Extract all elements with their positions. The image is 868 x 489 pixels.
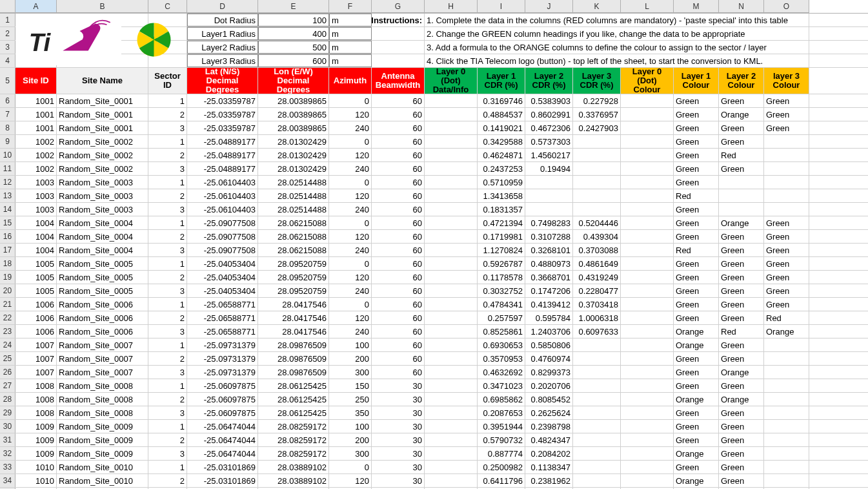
cell[interactable] (573, 189, 621, 202)
cell[interactable]: -25.04053404 (187, 257, 258, 270)
config-unit[interactable]: m (329, 41, 372, 54)
cell[interactable]: 0.2437253 (478, 162, 525, 175)
config-unit[interactable]: m (329, 54, 372, 67)
cell[interactable]: -25.09077508 (187, 230, 258, 243)
header-J[interactable]: Layer 2 CDR (%) (525, 68, 573, 94)
cell[interactable]: 0.4672306 (525, 121, 573, 134)
cell[interactable]: Orange (719, 393, 764, 406)
cell[interactable]: Green (674, 149, 719, 161)
cell[interactable]: 3 (148, 203, 187, 216)
cell[interactable]: Random_Site_0003 (57, 189, 148, 202)
cell[interactable]: Random_Site_0001 (57, 108, 148, 121)
cell[interactable]: Random_Site_0009 (57, 447, 148, 460)
cell[interactable]: 0 (329, 461, 372, 473)
cell[interactable]: 1006 (15, 311, 57, 324)
cell[interactable]: Green (719, 338, 764, 351)
cell[interactable] (621, 216, 674, 229)
cell[interactable]: Green (674, 298, 719, 311)
cell[interactable] (621, 284, 674, 297)
cell[interactable]: Green (674, 352, 719, 365)
cell[interactable]: 0.3032752 (478, 284, 525, 297)
cell[interactable]: 28.06125425 (258, 379, 329, 392)
row-header-11[interactable]: 11 (0, 162, 15, 175)
cell[interactable] (621, 230, 674, 243)
cell[interactable] (573, 162, 621, 175)
cell[interactable]: 0.6411796 (478, 474, 525, 487)
cell[interactable]: 1007 (15, 352, 57, 365)
row-header-16[interactable]: 16 (0, 230, 15, 243)
cell[interactable]: Green (764, 121, 809, 134)
cell[interactable]: 60 (372, 244, 425, 256)
cell[interactable] (425, 94, 478, 107)
cell[interactable] (425, 230, 478, 243)
row-header-14[interactable]: 14 (0, 203, 15, 216)
cell[interactable]: -25.03359787 (187, 108, 258, 121)
cell[interactable]: 0.5710959 (478, 176, 525, 189)
cell[interactable]: -25.09731379 (187, 366, 258, 379)
cell[interactable]: 1 (148, 216, 187, 229)
cell[interactable]: 0.8299373 (525, 366, 573, 379)
cell[interactable]: 0.1719981 (478, 230, 525, 243)
cell[interactable]: 30 (372, 461, 425, 473)
cell[interactable] (573, 433, 621, 446)
cell[interactable]: 3 (148, 162, 187, 175)
cell[interactable]: 3 (148, 366, 187, 379)
cell[interactable]: Green (674, 406, 719, 419)
cell-blank[interactable] (372, 41, 425, 54)
cell[interactable]: 30 (372, 433, 425, 446)
cell[interactable]: 2 (148, 271, 187, 284)
cell[interactable]: 3 (148, 284, 187, 297)
cell[interactable]: 2 (148, 230, 187, 243)
cell[interactable] (621, 461, 674, 473)
cell[interactable]: 1.4560217 (525, 149, 573, 161)
cell[interactable]: 0 (329, 135, 372, 148)
cell[interactable]: -25.09731379 (187, 352, 258, 365)
cell[interactable]: Green (674, 257, 719, 270)
cell[interactable]: 28.09876509 (258, 338, 329, 351)
cell[interactable] (621, 121, 674, 134)
cell[interactable]: 0.4624871 (478, 149, 525, 161)
config-unit[interactable]: m (329, 14, 372, 26)
cell[interactable]: Green (764, 230, 809, 243)
cell[interactable]: 60 (372, 257, 425, 270)
cell[interactable] (525, 189, 573, 202)
cell[interactable]: 0.595784 (525, 311, 573, 324)
cell[interactable]: 28.08259172 (258, 447, 329, 460)
cell[interactable]: 240 (329, 162, 372, 175)
cell[interactable]: -25.04053404 (187, 271, 258, 284)
cell[interactable] (621, 433, 674, 446)
cell[interactable]: 120 (329, 474, 372, 487)
cell[interactable]: Random_Site_0003 (57, 203, 148, 216)
col-header-E[interactable]: E (258, 0, 329, 13)
row-header-27[interactable]: 27 (0, 379, 15, 392)
cell[interactable]: 0.3951944 (478, 420, 525, 433)
col-header-F[interactable]: F (329, 0, 372, 13)
cell[interactable] (425, 176, 478, 189)
cell[interactable]: Random_Site_0001 (57, 121, 148, 134)
col-header-K[interactable]: K (573, 0, 621, 13)
cell[interactable]: 28.09876509 (258, 352, 329, 365)
cell[interactable]: 28.09876509 (258, 366, 329, 379)
cell[interactable]: -25.09077508 (187, 244, 258, 256)
cell[interactable] (425, 406, 478, 419)
cell[interactable] (573, 393, 621, 406)
cell[interactable]: 150 (329, 379, 372, 392)
cell[interactable] (764, 420, 809, 433)
col-header-D[interactable]: D (187, 0, 258, 13)
cell[interactable]: Green (764, 94, 809, 107)
cell[interactable] (621, 203, 674, 216)
cell[interactable]: Green (674, 176, 719, 189)
cell[interactable]: Green (674, 135, 719, 148)
cell[interactable] (621, 338, 674, 351)
cell[interactable] (573, 406, 621, 419)
cell[interactable]: 60 (372, 121, 425, 134)
cell[interactable]: 1002 (15, 149, 57, 161)
cell[interactable]: 1001 (15, 108, 57, 121)
cell[interactable]: 28.03889102 (258, 461, 329, 473)
cell[interactable]: 2 (148, 433, 187, 446)
cell[interactable]: Green (719, 94, 764, 107)
cell[interactable]: -25.06588771 (187, 325, 258, 338)
cell[interactable]: 1003 (15, 189, 57, 202)
cell[interactable]: 1 (148, 257, 187, 270)
cell[interactable]: Green (764, 216, 809, 229)
